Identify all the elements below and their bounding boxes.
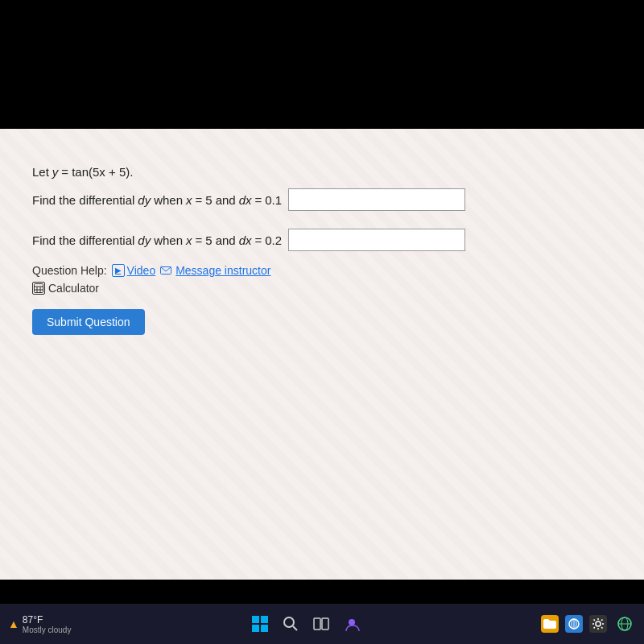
taskbar-center bbox=[249, 613, 363, 635]
dx-label-1: dx bbox=[239, 193, 252, 207]
calculator-row: Calculator bbox=[32, 282, 596, 295]
content-area: Let y = tan(5x + 5). Find the differenti… bbox=[24, 149, 604, 351]
eq5: = bbox=[255, 233, 262, 247]
taskbar: ▲ 87°F Mostly cloudy bbox=[0, 604, 644, 644]
dx-val-2: 0.2 bbox=[265, 233, 282, 247]
func-text: tan(5x + 5). bbox=[72, 165, 133, 179]
svg-point-18 bbox=[596, 621, 601, 626]
and-label-2: and bbox=[216, 233, 236, 247]
taskbar-weather: ▲ 87°F Mostly cloudy bbox=[8, 614, 71, 634]
message-instructor-label: Message instructor bbox=[175, 264, 270, 277]
line2-prefix: Find the differential bbox=[32, 233, 134, 247]
folder-icon[interactable] bbox=[541, 615, 559, 633]
video-icon: ▶ bbox=[112, 264, 125, 277]
dx-val-1: 0.1 bbox=[265, 193, 282, 207]
dy-label-1: dy bbox=[138, 193, 151, 207]
answer-input-2[interactable] bbox=[288, 229, 465, 251]
windows-start-button[interactable] bbox=[249, 613, 271, 635]
question-help-label: Question Help: bbox=[32, 264, 107, 277]
svg-rect-12 bbox=[314, 618, 320, 630]
weather-temp: 87°F bbox=[23, 614, 72, 625]
eq2: = bbox=[196, 193, 203, 207]
calculator-icon bbox=[32, 282, 45, 295]
teams-button[interactable] bbox=[341, 613, 363, 635]
search-button[interactable] bbox=[279, 613, 302, 635]
svg-rect-6 bbox=[252, 616, 259, 623]
eq3: = bbox=[255, 193, 262, 207]
question-line-2: Find the differential dy when x = 5 and … bbox=[32, 229, 596, 251]
video-link[interactable]: ▶ Video bbox=[112, 264, 156, 277]
svg-rect-1 bbox=[35, 284, 43, 293]
line2-when: when bbox=[154, 233, 183, 247]
line1-when: when bbox=[154, 193, 183, 207]
taskbar-right bbox=[541, 613, 636, 635]
settings-icon[interactable] bbox=[589, 615, 607, 633]
svg-point-10 bbox=[284, 617, 294, 627]
message-instructor-link[interactable]: Message instructor bbox=[160, 264, 270, 277]
question-help-row: Question Help: ▶ Video Message instructo… bbox=[32, 264, 596, 277]
mail-icon bbox=[160, 266, 171, 275]
svg-rect-8 bbox=[252, 625, 259, 632]
x-val-1: 5 bbox=[205, 193, 212, 207]
video-label: Video bbox=[127, 264, 156, 277]
weather-info: 87°F Mostly cloudy bbox=[23, 614, 72, 634]
answer-input-1[interactable] bbox=[288, 188, 465, 211]
weather-condition: Mostly cloudy bbox=[23, 625, 72, 634]
intro-line: Let y = tan(5x + 5). bbox=[32, 165, 596, 179]
eq1: = bbox=[61, 165, 68, 179]
line1-prefix: Find the differential bbox=[32, 193, 134, 207]
svg-point-14 bbox=[349, 619, 355, 625]
x-label-2: x bbox=[186, 233, 192, 247]
svg-line-11 bbox=[293, 626, 297, 630]
weather-icon: ▲ bbox=[8, 617, 19, 630]
svg-rect-7 bbox=[261, 616, 268, 623]
intro-text: Let bbox=[32, 165, 49, 179]
x-val-2: 5 bbox=[205, 233, 212, 247]
var-y: y bbox=[52, 165, 59, 179]
question-line-1: Find the differential dy when x = 5 and … bbox=[32, 188, 596, 211]
and-label-1: and bbox=[216, 193, 236, 207]
eq4: = bbox=[196, 233, 203, 247]
task-view-button[interactable] bbox=[310, 613, 332, 635]
svg-rect-13 bbox=[322, 618, 328, 630]
network-icon[interactable] bbox=[613, 613, 636, 635]
submit-button[interactable]: Submit Question bbox=[32, 309, 145, 335]
svg-rect-9 bbox=[261, 625, 268, 632]
dx-label-2: dx bbox=[239, 233, 252, 247]
calculator-label: Calculator bbox=[48, 282, 99, 295]
browser-icon[interactable] bbox=[565, 615, 583, 633]
dy-label-2: dy bbox=[138, 233, 151, 247]
x-label-1: x bbox=[186, 193, 192, 207]
